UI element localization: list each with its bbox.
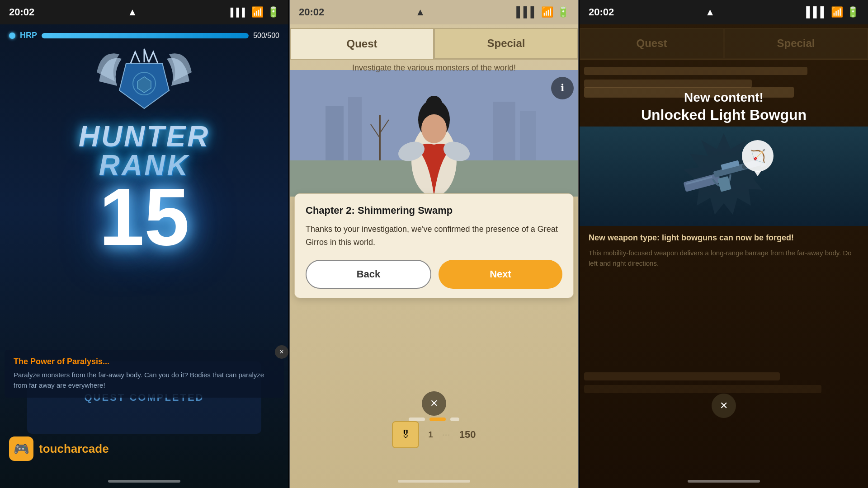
tab-quest-label: Quest xyxy=(346,38,377,50)
weapon-info-bubble: 🏹 xyxy=(742,140,774,172)
dot-2 xyxy=(429,418,446,421)
panel3-new-content: 20:02 ▲ ▌▌▌ 📶 🔋 Quest Special New conten… xyxy=(580,0,868,488)
tab-special[interactable]: Special xyxy=(434,28,578,59)
battery-icon-p3: 🔋 xyxy=(847,6,859,18)
time-panel3: 20:02 xyxy=(589,6,614,18)
quest-card-close[interactable]: × xyxy=(275,345,288,359)
weapon-image: 🏹 xyxy=(660,136,787,217)
reward-badge: 🎖 xyxy=(392,421,419,448)
svg-rect-2 xyxy=(326,106,344,160)
wifi-icon-p2: 📶 xyxy=(541,6,553,18)
toucharcade-logo: 🎮 toucharcade xyxy=(9,436,109,461)
battery-icon-p1: 🔋 xyxy=(267,6,279,18)
character-image xyxy=(290,70,578,197)
tab-special-label-p3: Special xyxy=(777,37,815,50)
reward-separator: ··· xyxy=(442,429,450,441)
hrp-fill xyxy=(42,33,249,38)
location-icon-p1: ▲ xyxy=(127,6,137,18)
dim-line-1 xyxy=(584,67,807,75)
home-indicator-p2 xyxy=(398,480,470,483)
bg-landscape xyxy=(290,70,578,197)
new-content-banner: New content! Unlocked Light Bowgun xyxy=(580,90,868,123)
hrp-label: HRP xyxy=(20,31,37,40)
reward-count: 1 xyxy=(428,430,433,440)
dot-3 xyxy=(450,418,459,421)
hrp-bar: HRP 500/500 xyxy=(9,31,279,40)
new-content-title: New content! xyxy=(580,90,868,105)
weapon-desc-secondary: This mobility-focused weapon delivers a … xyxy=(589,248,859,268)
signal-icon-p2: ▌▌▌ xyxy=(516,6,538,18)
svg-rect-4 xyxy=(493,102,515,160)
dim-line-b1 xyxy=(584,372,780,380)
close-icon-p2: ✕ xyxy=(430,398,438,409)
new-content-subtitle: Unlocked Light Bowgun xyxy=(580,107,868,123)
hrp-dot xyxy=(9,33,15,39)
back-button[interactable]: Back xyxy=(306,260,431,289)
status-icons-p3: ▌▌▌ 📶 🔋 xyxy=(806,6,859,18)
time-panel2: 20:02 xyxy=(299,6,324,18)
weapon-description-area: New weapon type: light bowguns can now b… xyxy=(580,226,868,276)
signal-icon-p3: ▌▌▌ xyxy=(806,6,827,18)
tab-bar-p3: Quest Special xyxy=(580,28,868,60)
tab-special-p3: Special xyxy=(724,28,868,59)
rank-number-area: QUEST COMPLETED 15 xyxy=(0,176,288,258)
story-body: Thanks to your investigation, we've conf… xyxy=(306,223,562,249)
next-button[interactable]: Next xyxy=(439,260,562,289)
dot-1 xyxy=(409,418,425,421)
hunter-label: HUNTER xyxy=(79,122,210,151)
home-indicator-p3 xyxy=(688,480,760,483)
ta-icon: 🎮 xyxy=(9,436,33,461)
quest-info-card: × The Power of Paralysis... Paralyze mon… xyxy=(5,350,284,398)
status-bar-panel2: 20:02 ▲ ▌▌▌ 📶 🔋 xyxy=(290,0,578,24)
dim-line-b2 xyxy=(584,385,821,393)
tab-quest-label-p3: Quest xyxy=(636,37,667,50)
wifi-icon-p3: 📶 xyxy=(831,6,843,18)
quest-card-title: The Power of Paralysis... xyxy=(14,357,275,366)
bubble-tail xyxy=(754,171,761,176)
signal-icon-p1: ▌▌▌ xyxy=(231,8,248,17)
reward-number: 150 xyxy=(459,429,476,441)
story-buttons: Back Next xyxy=(306,260,562,289)
reward-area: 🎖 1 ··· 150 xyxy=(290,421,578,448)
time-panel1: 20:02 xyxy=(9,6,34,18)
ta-text: toucharcade xyxy=(39,442,109,456)
location-icon-p2: ▲ xyxy=(415,6,425,18)
close-button-p2[interactable]: ✕ xyxy=(422,391,446,416)
weapon-desc-primary: New weapon type: light bowguns can now b… xyxy=(589,233,859,243)
wifi-icon-p1: 📶 xyxy=(251,6,264,18)
close-button-p3[interactable]: ✕ xyxy=(712,394,736,418)
panel1-hunter-rank: 20:02 ▲ ▌▌▌ 📶 🔋 HRP 500/500 xyxy=(0,0,288,488)
home-indicator-p1 xyxy=(108,480,180,483)
story-chapter: Chapter 2: Shimmering Swamp xyxy=(306,205,562,216)
svg-point-13 xyxy=(421,114,447,143)
tab-bar-p2: Quest Special xyxy=(290,28,578,60)
info-bubble[interactable]: ℹ xyxy=(551,77,574,99)
panel2-quest-dialog: 20:02 ▲ ▌▌▌ 📶 🔋 Quest Special Investigat… xyxy=(289,0,579,488)
weapon-showcase: 🏹 xyxy=(580,127,868,226)
quest-subtitle: Investigate the various monsters of the … xyxy=(290,63,578,73)
tab-quest[interactable]: Quest xyxy=(290,28,434,59)
page-dots xyxy=(290,418,578,421)
tab-special-label: Special xyxy=(487,37,525,50)
svg-rect-3 xyxy=(348,97,362,160)
status-icons-p2: ▌▌▌ 📶 🔋 xyxy=(516,6,569,18)
hunter-rank-logo: HUNTER RANK xyxy=(0,45,288,180)
story-card: Chapter 2: Shimmering Swamp Thanks to yo… xyxy=(294,193,574,298)
rank-number: 15 xyxy=(99,176,189,258)
svg-point-12 xyxy=(426,96,442,112)
tab-quest-p3: Quest xyxy=(580,28,724,59)
status-icons-p1: ▌▌▌ 📶 🔋 xyxy=(231,6,279,18)
close-icon-p3: ✕ xyxy=(720,400,728,412)
status-bar-panel1: 20:02 ▲ ▌▌▌ 📶 🔋 xyxy=(0,0,288,24)
character-area xyxy=(290,70,578,197)
status-bar-panel3: 20:02 ▲ ▌▌▌ 📶 🔋 xyxy=(580,0,868,24)
hrp-value: 500/500 xyxy=(253,32,279,40)
svg-rect-5 xyxy=(520,111,536,160)
crest-icon xyxy=(94,45,194,127)
location-icon-p3: ▲ xyxy=(705,6,715,18)
quest-card-desc: Paralyze monsters from the far-away body… xyxy=(14,370,275,390)
hrp-track xyxy=(42,33,249,38)
battery-icon-p2: 🔋 xyxy=(557,6,569,18)
weapon-icon-symbol: 🏹 xyxy=(750,149,766,164)
